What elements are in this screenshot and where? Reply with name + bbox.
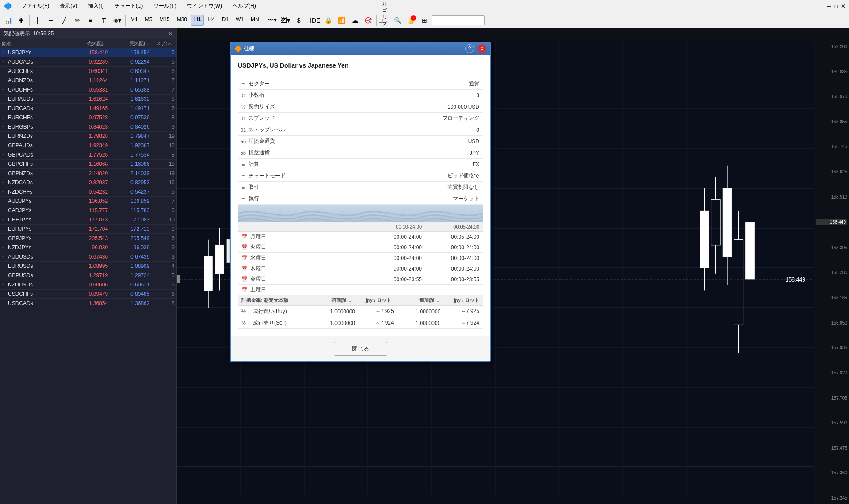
tf-m30[interactable]: M30 bbox=[174, 15, 190, 26]
search-input[interactable] bbox=[432, 15, 485, 25]
watchlist-row[interactable]: ↑ EURAUDs 1.61624 1.61632 8 bbox=[0, 95, 176, 104]
spec-icon: ≡ bbox=[238, 81, 249, 87]
symbol-name: GBPNZDs bbox=[8, 170, 66, 176]
watchlist-row[interactable]: ↑ AUDJPYs 106.852 106.859 7 bbox=[0, 197, 176, 206]
chart-type-btn[interactable]: 〜▾ bbox=[266, 14, 279, 27]
spread-value: 3 bbox=[149, 124, 175, 130]
tf-h1[interactable]: H1 bbox=[191, 15, 204, 26]
lines-tool[interactable]: ≡ bbox=[84, 14, 97, 27]
line-tool[interactable]: │ bbox=[31, 14, 44, 27]
watchlist-row[interactable]: ↑ AUDUSDs 0.67436 0.67439 3 bbox=[0, 252, 176, 262]
pencil-tool[interactable]: ✏ bbox=[71, 14, 84, 27]
watchlist-row[interactable]: ↑ EURCADs 1.49165 1.49171 6 bbox=[0, 104, 176, 113]
tf-h4[interactable]: H4 bbox=[205, 15, 218, 26]
watchlist-row[interactable]: ↑ NZDUSDs 0.60606 0.60611 5 bbox=[0, 280, 176, 290]
watchlist-row[interactable]: ↑ CADJPYs 115.777 115.783 6 bbox=[0, 206, 176, 215]
watchlist-row[interactable]: ↑ AUDCADs 0.92289 0.92294 5 bbox=[0, 57, 176, 67]
tf-m1[interactable]: M1 bbox=[127, 15, 141, 26]
template-btn[interactable]: 🖼▾ bbox=[279, 14, 292, 27]
watchlist-row[interactable]: ↑ EURUSDs 1.08995 1.08999 4 bbox=[0, 262, 176, 271]
signal-btn[interactable]: 📶 bbox=[336, 14, 348, 27]
watchlist-row[interactable]: ↑ GBPJPYs 205.543 205.549 6 bbox=[0, 234, 176, 243]
watchlist-row[interactable]: ↓ GBPCHFs 1.16068 1.16086 18 bbox=[0, 160, 176, 169]
modal-close-btn[interactable]: × bbox=[478, 44, 486, 53]
target-btn[interactable]: 🎯 bbox=[362, 14, 375, 27]
margin-header: 証拠金率: 想定元本額 初期(証... jpy / ロット 追加(証... jp… bbox=[238, 295, 483, 306]
tf-d1[interactable]: D1 bbox=[219, 15, 232, 26]
watchlist-row[interactable]: ↓ EURJPYs 172.704 172.713 9 bbox=[0, 225, 176, 234]
modal-help-btn[interactable]: ? bbox=[465, 44, 474, 53]
buy-price: 1.49171 bbox=[108, 105, 149, 111]
spec-icon: 01 bbox=[238, 116, 249, 121]
text-tool[interactable]: T bbox=[98, 14, 110, 27]
margin-add-jpy: ～7 924 bbox=[444, 317, 483, 328]
watchlist-row[interactable]: ↑ GBPAUDs 1.92349 1.92367 18 bbox=[0, 141, 176, 150]
watchlist-row[interactable]: ↑ NZDCADs 0.82937 0.82953 16 bbox=[0, 178, 176, 187]
menu-help[interactable]: ヘルプ(H) bbox=[231, 1, 258, 11]
watchlist-row[interactable]: ↑ USDCADs 1.36854 1.36862 8 bbox=[0, 299, 176, 308]
tf-m5[interactable]: M5 bbox=[142, 15, 156, 26]
sell-price: 0.97528 bbox=[66, 115, 108, 121]
margin-row-label: 成行売り(Sell) bbox=[249, 317, 312, 328]
sell-price: 1.92349 bbox=[66, 142, 108, 149]
buy-price: 158.454 bbox=[108, 50, 149, 56]
watchlist-close-btn[interactable]: ✕ bbox=[168, 31, 173, 37]
tf-w1[interactable]: W1 bbox=[233, 15, 247, 26]
menu-insert[interactable]: 挿入(I) bbox=[86, 1, 105, 11]
time-range-2: 00:00-24:00 bbox=[422, 266, 479, 272]
modal-overlay: 🔶 仕様 ? × USDJPYs, US Dollar vs Japanese … bbox=[177, 28, 849, 504]
menu-chart[interactable]: チャート(C) bbox=[113, 1, 145, 11]
watchlist-row[interactable]: ↑ NZDCHFs 0.54232 0.54237 5 bbox=[0, 187, 176, 197]
margin-add-rate: 1.0000000 bbox=[398, 318, 444, 328]
watchlist-row[interactable]: ↑ USDCHFs 0.89479 0.89485 6 bbox=[0, 290, 176, 299]
cloud-btn[interactable]: ☁ bbox=[349, 14, 361, 27]
direction-arrow: ↑ bbox=[2, 180, 8, 185]
direction-arrow: ↑ bbox=[2, 283, 8, 287]
buy-price: 0.97536 bbox=[108, 115, 149, 121]
window-close[interactable]: ✕ bbox=[841, 3, 845, 9]
trend-tool[interactable]: ╱ bbox=[58, 14, 70, 27]
alert-btn[interactable]: 🔔1 bbox=[405, 14, 417, 27]
watchlist-row[interactable]: ↑ GBPNZDs 2.14020 2.14039 19 bbox=[0, 169, 176, 178]
window-restore[interactable]: □ bbox=[834, 3, 838, 9]
sell-price: 0.65381 bbox=[66, 87, 108, 93]
modal-close-button[interactable]: 閉じる bbox=[334, 342, 387, 356]
shapes-tool[interactable]: ◈▾ bbox=[111, 14, 123, 27]
watchlist-row[interactable]: ↓ EURCHFs 0.97528 0.97536 8 bbox=[0, 113, 176, 122]
lock-btn[interactable]: 🔒 bbox=[322, 14, 335, 27]
day-label: 土曜日 bbox=[250, 286, 364, 294]
watchlist-row[interactable]: ↑ EURNZDs 1.79828 1.79847 19 bbox=[0, 132, 176, 141]
tf-m15[interactable]: M15 bbox=[156, 15, 172, 26]
algo-checkbox[interactable]: □ アルゴリズム取引 bbox=[379, 14, 391, 27]
watchlist-row[interactable]: ↑ EURGBPs 0.84023 0.84026 3 bbox=[0, 122, 176, 132]
watchlist-row[interactable]: ↑ CHFJPYs 177.073 177.083 10 bbox=[0, 215, 176, 225]
watchlist-row[interactable]: ↑ AUDNZDs 1.11264 1.11271 7 bbox=[0, 76, 176, 85]
symbol-name: AUDJPYs bbox=[8, 198, 66, 204]
search-btn[interactable]: 🔍 bbox=[392, 14, 404, 27]
sell-price: 0.82937 bbox=[66, 179, 108, 186]
menu-view[interactable]: 表示(V) bbox=[58, 1, 79, 11]
sell-price: 177.073 bbox=[66, 217, 108, 223]
dollar-btn[interactable]: $ bbox=[293, 14, 305, 27]
watchlist-row[interactable]: ↑ AUDCHFs 0.60341 0.60347 6 bbox=[0, 67, 176, 76]
watchlist-row[interactable]: ↑ GBPUSDs 1.29719 1.29724 5 bbox=[0, 271, 176, 280]
menu-tools[interactable]: ツール(T) bbox=[152, 1, 178, 11]
crosshair-btn[interactable]: ✚ bbox=[15, 14, 27, 27]
menu-file[interactable]: ファイル(F) bbox=[19, 1, 51, 11]
time-range-1: 00:00-24:00 bbox=[364, 266, 422, 272]
tf-mn[interactable]: MN bbox=[248, 15, 262, 26]
watchlist-row[interactable]: ↑ CADCHFs 0.65381 0.65388 7 bbox=[0, 85, 176, 95]
watchlist-row[interactable]: ↑ NZDJPYs 96.030 96.039 9 bbox=[0, 243, 176, 252]
symbol-name: NZDCHFs bbox=[8, 189, 66, 195]
hline-tool[interactable]: ─ bbox=[45, 14, 57, 27]
ide-btn[interactable]: IDE bbox=[309, 14, 321, 27]
watchlist-row[interactable]: ↑ GBPCADs 1.77526 1.77534 8 bbox=[0, 150, 176, 160]
sell-price: 0.92289 bbox=[66, 59, 108, 65]
level-btn[interactable]: ⊞ bbox=[418, 14, 431, 27]
window-minimize[interactable]: ─ bbox=[827, 3, 831, 9]
time-range-2: 00:05-24:00 bbox=[422, 234, 479, 240]
watchlist-row[interactable]: ↑ USDJPYs 158.449 158.454 5 bbox=[0, 48, 176, 57]
menu-window[interactable]: ウインドウ(W) bbox=[185, 1, 224, 11]
day-label: 火曜日 bbox=[250, 244, 364, 251]
new-chart-btn[interactable]: 📊 bbox=[2, 14, 14, 27]
